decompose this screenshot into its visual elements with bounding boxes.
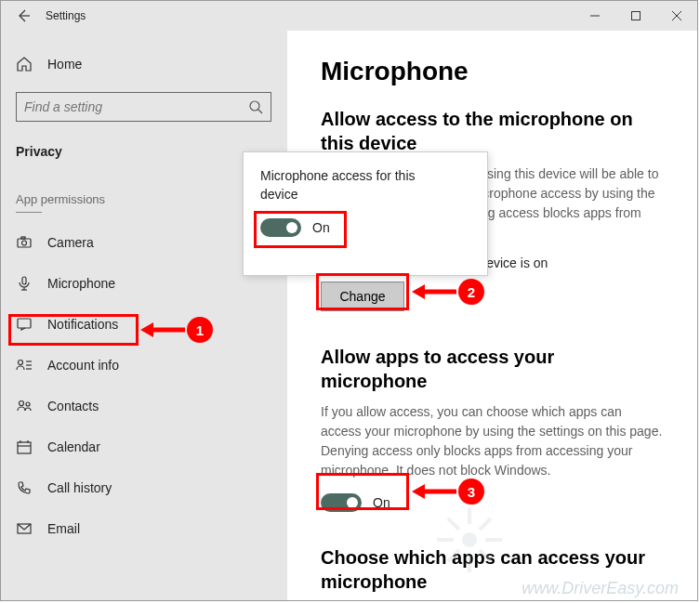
search-input[interactable]	[24, 99, 248, 114]
svg-point-4	[250, 101, 259, 111]
svg-line-5	[258, 110, 262, 113]
notifications-icon	[16, 316, 33, 333]
section2-desc: If you allow access, you can choose whic…	[321, 402, 664, 480]
apps-access-toggle-label: On	[373, 495, 390, 510]
sidebar-item-call-history[interactable]: Call history	[1, 467, 287, 508]
sidebar: Home Privacy App permissions Camera Micr…	[1, 31, 287, 600]
sidebar-item-label: Account info	[47, 358, 119, 373]
sidebar-item-email[interactable]: Email	[1, 508, 287, 549]
section2-toggle-row: On	[321, 493, 664, 512]
account-info-icon	[16, 357, 33, 374]
svg-rect-9	[22, 277, 26, 284]
maximize-button[interactable]	[615, 1, 656, 31]
popup-toggle-row: On	[260, 218, 470, 237]
sidebar-item-label: Camera	[47, 235, 94, 250]
arrow-left-icon	[16, 8, 31, 23]
search-box[interactable]	[16, 92, 271, 122]
calendar-icon	[16, 439, 33, 455]
section2-title: Allow apps to access your microphone	[321, 345, 664, 393]
call-history-icon	[16, 479, 33, 496]
sidebar-item-notifications[interactable]: Notifications	[1, 304, 287, 345]
device-access-toggle[interactable]	[260, 218, 301, 237]
sidebar-item-label: Calendar	[47, 439, 100, 454]
device-access-toggle-label: On	[312, 220, 330, 235]
sidebar-item-label: Email	[47, 521, 80, 536]
close-button[interactable]	[656, 1, 697, 31]
search-icon	[248, 99, 263, 114]
sidebar-item-label: Notifications	[47, 317, 118, 332]
svg-rect-19	[18, 442, 31, 453]
sidebar-item-contacts[interactable]: Contacts	[1, 386, 287, 426]
contacts-icon	[16, 398, 33, 414]
sidebar-item-calendar[interactable]: Calendar	[1, 426, 287, 467]
svg-rect-6	[18, 239, 31, 247]
svg-rect-1	[632, 12, 641, 20]
window-title: Settings	[38, 9, 86, 22]
back-button[interactable]	[8, 1, 38, 31]
minimize-button[interactable]	[575, 1, 615, 31]
change-button[interactable]: Change	[321, 282, 404, 311]
email-icon	[16, 520, 33, 537]
sidebar-item-label: Call history	[47, 480, 112, 495]
home-nav[interactable]: Home	[1, 47, 287, 81]
section3-title: Choose which apps can access your microp…	[321, 545, 664, 594]
sidebar-item-label: Contacts	[47, 399, 99, 413]
svg-point-17	[20, 401, 24, 406]
section1-title: Allow access to the microphone on this d…	[321, 107, 664, 155]
svg-rect-8	[21, 237, 25, 239]
svg-point-7	[22, 241, 27, 245]
main-content: Microphone Allow access to the microphon…	[287, 31, 697, 600]
microphone-icon	[16, 275, 33, 292]
sidebar-item-account-info[interactable]: Account info	[1, 345, 287, 386]
popup-title: Microphone access for this device	[260, 167, 428, 203]
svg-rect-12	[18, 319, 31, 328]
svg-point-18	[26, 402, 30, 406]
svg-point-13	[19, 360, 23, 365]
subheader-underline	[16, 212, 42, 213]
camera-icon	[16, 234, 33, 251]
sidebar-item-label: Microphone	[47, 276, 115, 291]
home-icon	[16, 56, 33, 72]
page-title: Microphone	[321, 57, 664, 86]
title-bar: Settings	[1, 1, 697, 31]
home-label: Home	[47, 57, 82, 72]
apps-access-toggle[interactable]	[321, 493, 362, 512]
change-button-label: Change	[339, 289, 385, 304]
microphone-access-popup: Microphone access for this device On	[243, 151, 488, 276]
